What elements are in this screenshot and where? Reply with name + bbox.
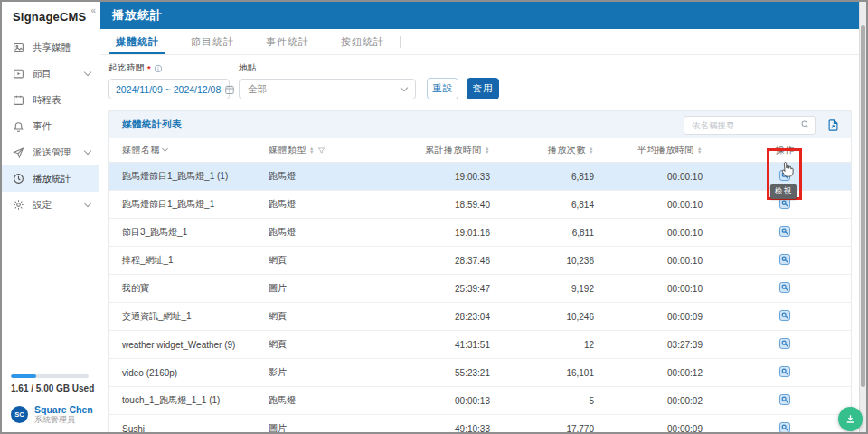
sidebar-item-settings[interactable]: 設定 (2, 192, 99, 218)
search-icon[interactable] (800, 119, 810, 129)
avg-play-time: 00:00:10 (594, 200, 703, 210)
table-row[interactable]: 節目3_跑馬燈_1 跑馬燈 19:01:16 6,811 00:00:10 (109, 219, 851, 247)
card-header: 媒體統計列表 (109, 111, 851, 138)
media-name: 交通資訊_網址_1 (109, 310, 269, 323)
sidebar-item-programs[interactable]: 節目 (2, 61, 99, 87)
media-type: 圖片 (269, 422, 404, 432)
total-play-time: 00:00:13 (404, 396, 490, 406)
table-row[interactable]: video (2160p) 影片 55:23:21 16,101 00:00:1… (109, 359, 851, 387)
column-header[interactable]: 媒體名稱 ▲▼ (109, 144, 269, 156)
app-logo: SignageCMS (13, 10, 86, 24)
vertical-scrollbar[interactable] (859, 2, 866, 432)
avg-play-time: 03:27:39 (594, 340, 703, 350)
calendar-icon (224, 84, 235, 95)
sidebar-item-shared-media[interactable]: 共享媒體 (2, 34, 99, 61)
media-type: 網頁 (269, 338, 404, 351)
chevron-down-icon (84, 69, 91, 76)
view-report-button[interactable] (778, 169, 791, 182)
total-play-time: 49:10:33 (404, 424, 490, 433)
programs-icon (13, 68, 24, 80)
table-row[interactable]: 排程_網址_1 網頁 28:37:46 10,236 00:00:10 (109, 247, 851, 275)
media-name: video (2160p) (109, 368, 269, 378)
table-row[interactable]: 跑馬燈節目1_跑馬燈_1 (1) 跑馬燈 19:00:33 6,819 00:0… (109, 163, 851, 191)
export-icon[interactable] (826, 118, 840, 132)
chevron-down-icon (84, 200, 91, 207)
view-report-button[interactable] (778, 365, 791, 378)
column-header[interactable]: 媒體類型 ▲▼ (269, 144, 404, 156)
column-header[interactable]: 播放次數 ▲▼ (490, 144, 594, 156)
storage-progress-fill (11, 374, 36, 378)
date-range-field: 起迄時間 * 2024/11/09 ~ 2024/12/08 (108, 62, 230, 99)
column-header[interactable]: 平均播放時間 ▲▼ (594, 144, 703, 156)
sort-icon (162, 146, 168, 152)
shared-media-icon (13, 42, 24, 53)
page-header: 播放統計 (100, 2, 859, 29)
table-row[interactable]: Sushi 圖片 49:10:33 17,770 00:00:09 (109, 415, 851, 432)
total-play-time: 25:39:47 (404, 284, 490, 294)
reset-button[interactable]: 重設 (427, 78, 458, 99)
storage-progress-bar (11, 374, 89, 378)
sort-icon: ▲▼ (309, 146, 315, 155)
chevron-down-icon (84, 147, 91, 155)
media-name: 我的寶 (109, 282, 269, 295)
view-report-button[interactable] (778, 393, 791, 406)
tab-event-stats[interactable]: 事件統計 (250, 29, 325, 54)
media-name: 節目3_跑馬燈_1 (109, 226, 269, 239)
dispatch-icon (13, 146, 24, 158)
play-count: 6,819 (490, 172, 594, 182)
sidebar-collapse-icon[interactable]: « (90, 5, 96, 15)
user-account[interactable]: SC Square Chen 系統管理員 (11, 404, 90, 425)
date-range-input[interactable]: 2024/11/09 ~ 2024/12/08 (108, 79, 230, 99)
sidebar-item-events[interactable]: 事件 (2, 113, 99, 139)
play-count: 17,770 (490, 424, 594, 433)
table-row[interactable]: 我的寶 圖片 25:39:47 9,192 00:00:10 (109, 275, 851, 303)
sidebar-item-dispatch[interactable]: 派送管理 (2, 139, 99, 165)
tab-button-stats[interactable]: 按鈕統計 (326, 29, 400, 54)
avg-play-time: 00:00:10 (594, 172, 703, 182)
download-fab-button[interactable] (838, 407, 863, 431)
view-report-button[interactable] (778, 337, 791, 350)
scrollbar-thumb[interactable] (861, 25, 865, 387)
tab-media-stats[interactable]: 媒體統計 (100, 29, 175, 54)
table-row[interactable]: 交通資訊_網址_1 網頁 28:23:04 10,246 00:00:09 (109, 303, 851, 331)
search-box (684, 116, 816, 135)
sidebar-item-playback-stats[interactable]: 播放統計 (2, 165, 99, 192)
filter-bar: 起迄時間 * 2024/11/09 ~ 2024/12/08 (100, 55, 859, 108)
play-count: 10,246 (490, 312, 594, 322)
view-report-button[interactable] (778, 281, 791, 294)
location-value: 全部 (248, 83, 401, 96)
avg-play-time: 00:00:10 (594, 256, 703, 266)
info-icon[interactable] (154, 64, 163, 73)
total-play-time: 19:00:33 (404, 172, 490, 182)
avg-play-time: 00:00:09 (594, 424, 703, 433)
column-header[interactable]: 累計播放時間 ▲▼ (404, 144, 490, 156)
media-name: 跑馬燈節目1_跑馬燈_1 (109, 198, 269, 211)
user-name: Square Chen (34, 404, 93, 415)
view-report-button[interactable] (778, 225, 791, 238)
filter-icon[interactable] (317, 146, 326, 155)
table-row[interactable]: weather widget_Weather (9) 網頁 41:31:51 1… (109, 331, 851, 359)
view-report-button[interactable] (778, 309, 791, 322)
avg-play-time: 00:00:12 (594, 368, 703, 378)
page-title: 播放統計 (112, 7, 163, 24)
location-label: 地點 (239, 62, 416, 74)
location-select[interactable]: 全部 (239, 79, 416, 99)
total-play-time: 18:59:40 (404, 200, 490, 210)
avg-play-time: 00:00:09 (594, 312, 703, 322)
column-header[interactable]: 操作 ▲▼ (703, 144, 851, 156)
tab-program-stats[interactable]: 節目統計 (175, 29, 250, 54)
table-header-row: 媒體名稱 ▲▼ 媒體類型 ▲▼ (109, 138, 851, 163)
apply-button[interactable]: 套用 (467, 78, 499, 99)
schedule-icon (13, 94, 24, 106)
sidebar-item-schedule[interactable]: 時程表 (2, 87, 99, 113)
table-row[interactable]: touch_1_跑馬燈_1_1 (1) 跑馬燈 00:00:13 5 00:00… (109, 387, 851, 415)
settings-icon (13, 199, 24, 211)
view-report-button[interactable] (778, 421, 791, 432)
view-report-button[interactable] (778, 253, 791, 266)
media-name: touch_1_跑馬燈_1_1 (1) (109, 394, 269, 407)
table-row[interactable]: 跑馬燈節目1_跑馬燈_1 跑馬燈 18:59:40 6,814 00:00:10 (109, 191, 851, 219)
search-input[interactable] (684, 116, 816, 135)
play-count: 6,814 (490, 200, 594, 210)
view-report-button[interactable] (778, 197, 791, 210)
avg-play-time: 00:00:10 (594, 228, 703, 238)
